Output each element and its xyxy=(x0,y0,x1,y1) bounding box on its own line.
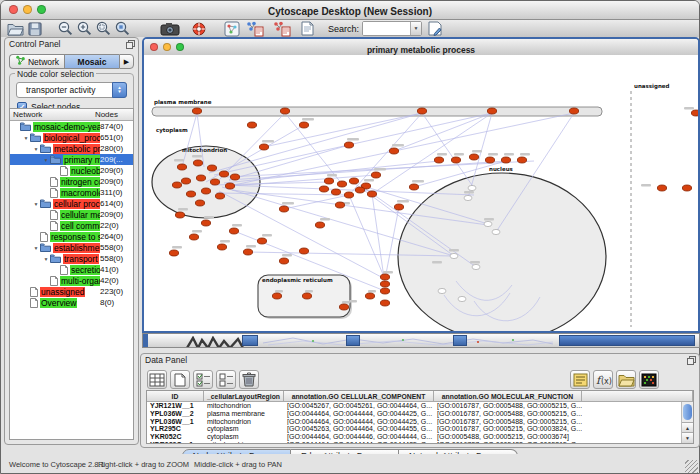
tree-row[interactable]: Overview8(0) xyxy=(10,297,133,308)
tree-row[interactable]: ▼primary metabo209(... xyxy=(10,154,133,165)
network-node-pale[interactable] xyxy=(438,288,446,293)
node-color-dropdown[interactable]: transporter activity ▲▼ xyxy=(16,82,127,98)
tree-row[interactable]: nucleobase-209(0) xyxy=(10,165,133,176)
network-edge[interactable] xyxy=(264,113,422,147)
network-node[interactable] xyxy=(201,188,210,194)
network-node[interactable] xyxy=(380,281,389,287)
network-node[interactable] xyxy=(569,108,578,114)
network-node-pale[interactable] xyxy=(492,229,500,234)
network-edge[interactable] xyxy=(209,113,422,173)
tree-row[interactable]: response to stimulu264(0) xyxy=(10,231,133,242)
scroll-down-button[interactable]: ▼ xyxy=(682,432,693,443)
network-node[interactable] xyxy=(389,148,398,154)
col-go-molecular-function[interactable]: annotation.GO MOLECULAR_FUNCTION xyxy=(434,391,582,402)
network-node[interactable] xyxy=(394,204,403,210)
network-node[interactable] xyxy=(657,185,666,191)
new-page-button[interactable] xyxy=(170,370,190,389)
network-node[interactable] xyxy=(380,288,389,294)
close-button[interactable] xyxy=(9,5,18,14)
network-node[interactable] xyxy=(344,142,353,148)
snapshot-icon[interactable] xyxy=(160,21,180,37)
network-node[interactable] xyxy=(302,293,311,299)
tree-row[interactable]: cell communicat22(0) xyxy=(10,220,133,231)
network-node[interactable] xyxy=(409,184,418,190)
expander-icon[interactable]: ▼ xyxy=(32,146,40,152)
network-edge[interactable] xyxy=(349,113,422,195)
tab-mosaic[interactable]: Mosaic xyxy=(64,54,119,69)
network-node[interactable] xyxy=(344,192,353,198)
col-go-cellular-component[interactable]: annotation.GO CELLULAR_COMPONENT xyxy=(284,391,434,402)
tab-network[interactable]: Network xyxy=(9,54,64,69)
matrix-button[interactable] xyxy=(639,370,659,389)
attr-list-button[interactable] xyxy=(570,370,590,389)
network-node[interactable] xyxy=(349,178,358,184)
network-node-pale[interactable] xyxy=(484,221,492,226)
network-close-button[interactable] xyxy=(150,43,158,51)
network-minimize-button[interactable] xyxy=(163,43,171,51)
network-node[interactable] xyxy=(451,157,460,163)
network-node[interactable] xyxy=(181,178,190,184)
expander-icon[interactable]: ▼ xyxy=(32,245,40,251)
network-edge[interactable] xyxy=(394,113,492,151)
network-node[interactable] xyxy=(417,108,426,114)
table-row[interactable]: YJR121W__1mitochondrion[GO:0045267, GO:0… xyxy=(147,402,693,410)
network-node[interactable] xyxy=(259,144,268,150)
network-node[interactable] xyxy=(279,258,288,264)
expander-icon[interactable]: ▼ xyxy=(22,135,30,141)
select-attrs-button[interactable] xyxy=(193,370,213,389)
window-titlebar[interactable]: Cytoscape Desktop (New Session) xyxy=(1,1,699,20)
graphics-box-icon[interactable] xyxy=(224,21,240,37)
network-node[interactable] xyxy=(367,191,376,197)
expander-icon[interactable]: ▼ xyxy=(42,256,50,262)
tree-row[interactable]: cellular metabo209(0) xyxy=(10,209,133,220)
network-node[interactable] xyxy=(257,238,266,244)
network-node[interactable] xyxy=(355,187,364,193)
network-node[interactable] xyxy=(315,222,324,228)
lifesaver-icon[interactable] xyxy=(192,21,206,37)
network-node-pale[interactable] xyxy=(450,253,458,258)
minimized-window-segment[interactable] xyxy=(186,335,244,346)
minimized-window-segment[interactable] xyxy=(242,335,258,346)
network-node[interactable] xyxy=(247,122,256,128)
tree-row[interactable]: ▼transport558(0) xyxy=(10,253,133,264)
network-node[interactable] xyxy=(371,172,380,178)
save-icon[interactable] xyxy=(28,21,42,37)
tree-row[interactable]: multi-organism pro42(0) xyxy=(10,275,133,286)
float-panel-icon[interactable] xyxy=(687,356,696,367)
network-view-window[interactable]: primary metabolic process plasma membran… xyxy=(142,37,700,333)
network-window-titlebar[interactable]: primary metabolic process xyxy=(144,39,698,56)
network-edge[interactable] xyxy=(349,195,385,279)
network-node[interactable] xyxy=(169,250,178,256)
zoom-in-icon[interactable] xyxy=(77,21,92,37)
network-node-pale[interactable] xyxy=(468,185,476,190)
table-row[interactable]: YKR052Ccytoplasm[GO:0044464, GO:0044446,… xyxy=(147,433,693,441)
trash-button[interactable] xyxy=(239,370,259,389)
network-edge[interactable] xyxy=(385,207,399,279)
network-edge[interactable] xyxy=(422,113,474,188)
tree-row[interactable]: unassigned223(0) xyxy=(10,286,133,297)
minimized-window-segment[interactable] xyxy=(453,335,467,346)
network-node[interactable] xyxy=(485,157,494,163)
network-node-pale[interactable] xyxy=(472,264,480,269)
network-node[interactable] xyxy=(201,220,210,226)
tree-row[interactable]: secretion41(0) xyxy=(10,264,133,275)
table-row[interactable]: YPL036W__1mitochondrion[GO:0044464, GO:0… xyxy=(147,418,693,426)
tree-row[interactable]: ▼biological_process651(0) xyxy=(10,132,133,143)
network-node[interactable] xyxy=(196,175,205,181)
import-folder-button[interactable] xyxy=(616,370,636,389)
minimized-windows-strip[interactable] xyxy=(142,333,700,348)
col-id[interactable]: ID xyxy=(147,391,204,402)
zoom-button[interactable] xyxy=(37,5,46,14)
tree-row[interactable]: ▼metabolic process280(0) xyxy=(10,143,133,154)
network-node[interactable] xyxy=(217,244,226,250)
page-edit-icon[interactable] xyxy=(301,21,314,37)
network-node[interactable] xyxy=(380,300,389,306)
network-node[interactable] xyxy=(207,165,216,171)
expander-icon[interactable]: ▼ xyxy=(42,157,50,163)
network-node[interactable] xyxy=(177,164,186,170)
zoom-region-icon[interactable] xyxy=(115,21,130,37)
network-node[interactable] xyxy=(193,160,202,166)
network-node[interactable] xyxy=(175,212,184,218)
search-input[interactable] xyxy=(363,22,410,35)
zoom-out-icon[interactable] xyxy=(58,21,73,37)
